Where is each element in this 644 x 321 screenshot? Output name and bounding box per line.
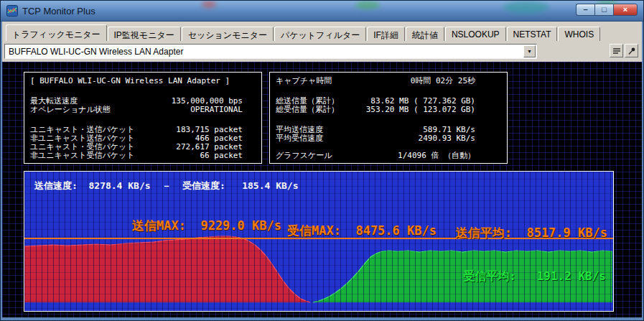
adapter-combobox[interactable]: BUFFALO WLI-UC-GN Wireless LAN Adapter ▼ <box>4 44 537 59</box>
window-body: トラフィックモニター IP監視モニター セッションモニター パケットフィルター … <box>2 22 642 317</box>
adapter-combobox-value: BUFFALO WLI-UC-GN Wireless LAN Adapter <box>5 47 523 57</box>
capture-info-panel: キャプチャ時間 0時間 02分 25秒 総送信量（累計） 83.62 MB ( … <box>269 72 508 164</box>
graph-gridlines <box>24 172 613 311</box>
wallpaper-bleed <box>202 1 216 8</box>
info-label: オペレーショナル状態 <box>30 106 111 114</box>
current-speed-text: 送信速度: 8278.4 KB/s － 受信速度: 185.4 KB/s <box>34 180 298 192</box>
window-title: TCP Monitor Plus <box>22 6 95 17</box>
tab-if-detail[interactable]: IF詳細 <box>367 27 405 41</box>
tab-ip-monitor[interactable]: IP監視モニター <box>108 27 181 41</box>
info-value: 353.20 MB ( 123.072 GB) <box>339 106 501 114</box>
panel-title: [ BUFFALO WLI-UC-GN Wireless LAN Adapter… <box>30 77 230 85</box>
pin-button[interactable] <box>625 44 638 57</box>
tcp-monitor-plus-window: TCP Monitor Plus – □ × トラフィックモニター IP監視モニ… <box>0 0 644 321</box>
receive-max-label: 受信MAX: 8475.6 KB/s <box>287 223 437 239</box>
tab-packet-filter[interactable]: パケットフィルター <box>274 27 366 41</box>
toolbar-buttons <box>610 44 638 57</box>
receive-avg-label: 受信平均: 191.2 KB/s <box>463 269 606 284</box>
chrome-area: トラフィックモニター IP監視モニター セッションモニター パケットフィルター … <box>2 22 642 62</box>
window-controls: – □ × <box>576 4 638 16</box>
tab-whois[interactable]: WHOIS <box>558 27 600 41</box>
info-row: グラフスケール 1/4096 倍 （自動） <box>276 152 501 160</box>
info-value: 1/4096 倍 （自動） <box>332 152 501 160</box>
info-label: 総受信量（累計） <box>276 106 339 114</box>
maximize-button[interactable]: □ <box>594 4 613 16</box>
info-label: グラフスケール <box>276 152 332 160</box>
send-avg-label: 送信平均: 8517.9 KB/s <box>456 225 607 241</box>
minimize-button[interactable]: – <box>576 4 594 16</box>
tab-statistics[interactable]: 統計値 <box>406 27 444 41</box>
send-max-label: 送信MAX: 9229.0 KB/s <box>132 218 281 234</box>
info-label: 非ユニキャスト受信パケット <box>30 152 135 160</box>
tab-netstat[interactable]: NETSTAT <box>507 27 558 41</box>
tab-nslookup[interactable]: NSLOOKUP <box>445 27 506 41</box>
adapter-info-panel: [ BUFFALO WLI-UC-GN Wireless LAN Adapter… <box>24 72 262 164</box>
info-value: 66 packet <box>135 152 256 160</box>
tab-session-monitor[interactable]: セッションモニター <box>182 27 274 41</box>
info-label: 平均受信速度 <box>276 134 323 143</box>
titlebar[interactable]: TCP Monitor Plus – □ × <box>1 1 643 22</box>
tab-traffic-monitor[interactable]: トラフィックモニター <box>6 24 107 41</box>
pin-icon <box>627 47 636 55</box>
chevron-down-icon[interactable]: ▼ <box>523 45 536 57</box>
info-label: キャプチャ時間 <box>276 77 332 85</box>
close-button[interactable]: × <box>613 4 638 16</box>
info-value: 0時間 02分 25秒 <box>332 77 501 85</box>
info-value: OPERATIONAL <box>111 106 256 114</box>
app-icon <box>6 5 18 17</box>
wallpaper-bleed <box>503 1 549 14</box>
list-button[interactable] <box>610 44 623 57</box>
wallpaper-bleed <box>355 1 380 9</box>
info-value: 2490.93 KB/s <box>323 134 501 143</box>
monitor-area: [ BUFFALO WLI-UC-GN Wireless LAN Adapter… <box>2 62 642 317</box>
info-row: 非ユニキャスト受信パケット 66 packet <box>30 152 256 160</box>
info-row: 平均受信速度 2490.93 KB/s <box>276 134 501 143</box>
info-row: キャプチャ時間 0時間 02分 25秒 <box>276 77 501 85</box>
tab-bar: トラフィックモニター IP監視モニター セッションモニター パケットフィルター … <box>6 24 601 41</box>
info-row: オペレーショナル状態 OPERATIONAL <box>30 106 256 114</box>
list-icon <box>612 47 621 55</box>
info-row: 総受信量（累計） 353.20 MB ( 123.072 GB) <box>276 106 501 114</box>
traffic-graph: 送信速度: 8278.4 KB/s － 受信速度: 185.4 KB/s 送信M… <box>24 171 614 312</box>
